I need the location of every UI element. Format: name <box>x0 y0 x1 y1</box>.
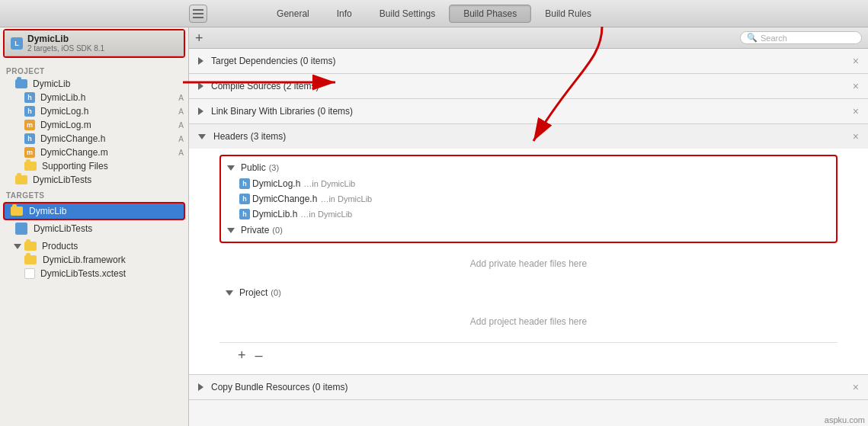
tab-build-phases[interactable]: Build Phases <box>449 5 531 23</box>
phase-bottom-bar: + – <box>219 342 838 368</box>
svg-rect-1 <box>193 13 203 14</box>
badge: A <box>178 121 184 130</box>
sidebar: L DymicLib 2 targets, iOS SDK 8.1 PROJEC… <box>0 27 189 426</box>
phase-title: Compile Sources (2 items) <box>211 81 319 91</box>
sidebar-item-project[interactable]: DymicLib <box>0 77 188 91</box>
file-name: DymicLib.h <box>252 209 297 219</box>
phases-content: Target Dependencies (0 items) × Compile … <box>189 49 868 426</box>
triangle-down-icon <box>227 165 235 171</box>
sidebar-file-framework[interactable]: DymicLib.framework <box>0 253 188 267</box>
phase-header-target-dependencies[interactable]: Target Dependencies (0 items) × <box>189 49 868 73</box>
file-name: DymicLog.h <box>252 178 300 189</box>
tab-general[interactable]: General <box>263 5 323 22</box>
remove-header-button[interactable]: – <box>255 348 263 364</box>
tab-info[interactable]: Info <box>323 5 366 22</box>
phase-close-button[interactable]: × <box>853 130 859 143</box>
phase-copy-bundle: Copy Bundle Resources (0 items) × <box>189 375 868 400</box>
sidebar-folder-products[interactable]: Products <box>0 239 188 253</box>
phase-title: Link Binary With Libraries (0 items) <box>211 106 353 117</box>
file-name: DymicChange.h <box>252 194 317 204</box>
triangle-down-icon <box>227 228 235 233</box>
tab-build-rules[interactable]: Build Rules <box>531 5 605 22</box>
file-label: DymicChange.h <box>40 133 105 144</box>
sidebar-target-dymiclibtests[interactable]: DymicLibTests <box>0 221 188 236</box>
sidebar-target-dymiclib[interactable]: DymicLib <box>5 203 184 219</box>
folder-label: DymicLibTests <box>33 175 91 185</box>
triangle-down-icon <box>14 244 21 249</box>
group-count-project: (0) <box>271 288 280 297</box>
phase-close-button[interactable]: × <box>853 80 859 92</box>
app-header: L DymicLib 2 targets, iOS SDK 8.1 <box>5 30 184 56</box>
phase-compile-sources: Compile Sources (2 items) × <box>189 74 868 99</box>
search-placeholder: Search <box>761 34 787 43</box>
h-icon: h <box>24 92 35 103</box>
group-title-public: Public <box>241 162 266 173</box>
phase-header-copy-bundle[interactable]: Copy Bundle Resources (0 items) × <box>189 375 868 399</box>
phase-header-headers[interactable]: Headers (3 items) × <box>189 124 868 149</box>
toolbar: General Info Build Settings Build Phases… <box>0 0 868 27</box>
sidebar-folder-dymiclibtests[interactable]: DymicLibTests <box>0 173 188 187</box>
group-count-public: (3) <box>269 163 279 172</box>
triangle-right-icon <box>198 383 203 391</box>
folder-icon <box>15 175 27 184</box>
triangle-right-icon <box>198 107 203 115</box>
group-title-project: Project <box>239 287 267 298</box>
targets-label: TARGETS <box>0 187 188 201</box>
h-icon: h <box>239 194 250 204</box>
sidebar-file-dymicchange-h[interactable]: h DymicChange.h A <box>0 132 188 146</box>
group-header-private[interactable]: Private (0) <box>221 222 836 239</box>
badge: A <box>178 149 184 157</box>
svg-rect-2 <box>193 17 203 18</box>
phase-title: Headers (3 items) <box>213 131 286 142</box>
phase-close-button[interactable]: × <box>853 55 859 67</box>
group-count-private: (0) <box>272 226 282 235</box>
group-header-project[interactable]: Project (0) <box>219 284 838 301</box>
group-header-public[interactable]: Public (3) <box>221 159 836 176</box>
headers-highlight-box: Public (3) h DymicLog.h …in DymicLib h <box>219 155 838 243</box>
folder-icon <box>24 242 37 251</box>
h-icon: h <box>239 178 250 189</box>
add-header-button[interactable]: + <box>238 348 246 364</box>
headers-body: Public (3) h DymicLog.h …in DymicLib h <box>189 149 868 374</box>
sidebar-file-dymiclog-h[interactable]: h DymicLog.h A <box>0 104 188 118</box>
sidebar-folder-supporting-files[interactable]: Supporting Files <box>0 159 188 173</box>
m-icon: m <box>24 147 35 158</box>
content-area: + 🔍 Search Target Dependencies (0 items)… <box>189 27 868 426</box>
sidebar-file-dymicchange-m[interactable]: m DymicChange.m A <box>0 146 188 159</box>
project-label: PROJECT <box>0 62 188 77</box>
folder-icon <box>15 79 27 88</box>
toolbar-tabs: General Info Build Settings Build Phases… <box>263 5 605 23</box>
triangle-down-icon <box>226 290 233 296</box>
search-box[interactable]: 🔍 Search <box>740 31 862 44</box>
search-icon: 🔍 <box>747 33 757 43</box>
file-label: DymicLib.h <box>40 92 85 103</box>
phase-title: Target Dependencies (0 items) <box>211 56 335 66</box>
tab-build-settings[interactable]: Build Settings <box>366 5 449 22</box>
badge: A <box>178 135 184 143</box>
phase-header-link-binary[interactable]: Link Binary With Libraries (0 items) × <box>189 99 868 123</box>
phase-headers: Headers (3 items) × Public (3) <box>189 124 868 375</box>
sidebar-toggle-button[interactable] <box>189 5 207 23</box>
h-icon: h <box>239 209 250 219</box>
target-label: DymicLibTests <box>34 223 92 234</box>
target-label: DymicLib <box>29 206 66 216</box>
private-placeholder: Add private header files here <box>219 243 838 284</box>
phase-header-compile-sources[interactable]: Compile Sources (2 items) × <box>189 74 868 98</box>
add-phase-button[interactable]: + <box>195 31 203 45</box>
project-name: DymicLib <box>33 78 70 89</box>
sidebar-file-xctest[interactable]: DymicLibTests.xctest <box>0 267 188 280</box>
sidebar-file-dymiclog-m[interactable]: m DymicLog.m A <box>0 118 188 132</box>
sidebar-file-dymiclib-h[interactable]: h DymicLib.h A <box>0 91 188 104</box>
file-label: DymicChange.m <box>40 147 108 158</box>
m-icon: m <box>24 120 35 130</box>
folder-label: Products <box>42 241 78 251</box>
group-title-private: Private <box>241 225 269 235</box>
header-file-dymicchange: h DymicChange.h …in DymicLib <box>221 191 836 207</box>
phase-title: Copy Bundle Resources (0 items) <box>211 382 348 392</box>
phase-close-button[interactable]: × <box>853 105 859 117</box>
triangle-down-icon <box>198 134 206 139</box>
h-icon: h <box>24 133 35 144</box>
phase-close-button[interactable]: × <box>853 381 859 393</box>
h-icon: h <box>24 106 35 117</box>
file-location: …in DymicLib <box>320 194 372 203</box>
